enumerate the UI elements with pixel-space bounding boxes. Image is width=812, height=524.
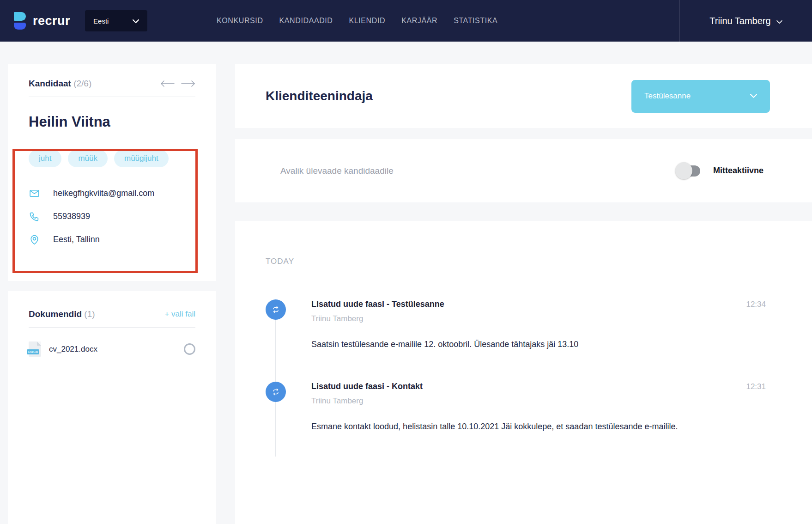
- activity-timeline-card: TODAY Lisatud uude faasi - Testülesanne …: [235, 221, 812, 524]
- top-navigation-bar: recrur Eesti KONKURSID KANDIDAADID KLIEN…: [0, 0, 812, 42]
- nav-item-kliendid[interactable]: KLIENDID: [349, 17, 386, 25]
- visibility-toggle-group: Mitteaktiivne: [676, 165, 764, 177]
- arrow-right-icon[interactable]: [181, 80, 195, 87]
- timeline-entry-title: Lisatud uude faasi - Testülesanne: [311, 299, 444, 309]
- tag-muugijuht[interactable]: müügijuht: [114, 150, 169, 167]
- language-selector[interactable]: Eesti: [85, 10, 147, 31]
- document-list-item[interactable]: DOCX cv_2021.docx: [29, 341, 195, 357]
- chevron-down-icon: [776, 16, 782, 26]
- file-type-label: DOCX: [27, 349, 39, 354]
- candidate-panel-title-text: Kandidaat: [29, 79, 71, 88]
- public-overview-label: Avalik ülevaade kandidaadile: [280, 166, 394, 176]
- arrow-left-icon[interactable]: [160, 80, 175, 87]
- language-value: Eesti: [93, 17, 109, 25]
- timeline-entry-content: Lisatud uude faasi - Kontakt 12:31 Triin…: [311, 382, 766, 432]
- timeline-entry: Lisatud uude faasi - Testülesanne 12:34 …: [235, 299, 812, 349]
- timeline-day-label: TODAY: [266, 257, 812, 266]
- timeline-entry-time: 12:31: [746, 382, 766, 391]
- candidate-panel-title: Kandidaat (2/6): [29, 79, 91, 89]
- candidate-name: Heilin Viitna: [29, 114, 195, 130]
- candidate-pager: [160, 80, 195, 87]
- documents-card: Dokumendid (1) + vali fail DOCX cv_2021.…: [8, 291, 216, 524]
- timeline-entries: Lisatud uude faasi - Testülesanne 12:34 …: [235, 299, 812, 432]
- timeline-entry-title: Lisatud uude faasi - Kontakt: [311, 382, 423, 391]
- documents-count: (1): [84, 309, 95, 319]
- brand-name: recrur: [33, 14, 70, 28]
- phase-change-icon: [266, 382, 286, 402]
- candidate-phone: 55938939: [53, 212, 90, 221]
- candidate-sidebar: Kandidaat (2/6) Heilin Viitna juht müük: [8, 64, 216, 524]
- chevron-down-icon: [133, 17, 139, 25]
- public-overview-card: Avalik ülevaade kandidaadile Mitteaktiiv…: [235, 139, 812, 202]
- file-name: cv_2021.docx: [49, 345, 97, 354]
- timeline-entry-time: 12:34: [746, 300, 766, 309]
- contact-location-row: Eesti, Tallinn: [29, 234, 195, 245]
- user-name: Triinu Tamberg: [709, 16, 770, 26]
- primary-navigation: KONKURSID KANDIDAADID KLIENDID KARJÄÄR S…: [217, 17, 497, 25]
- documents-panel-title: Dokumendid (1): [29, 309, 95, 319]
- contact-phone-row: 55938939: [29, 211, 195, 222]
- phase-dropdown-value: Testülesanne: [644, 91, 691, 101]
- phase-change-icon: [266, 299, 286, 320]
- position-header-card: Klienditeenindaja Testülesanne: [235, 64, 812, 128]
- timeline-entry-author: Triinu Tamberg: [311, 396, 766, 406]
- location-pin-icon: [29, 234, 40, 245]
- candidate-pagination-count: (2/6): [73, 79, 91, 88]
- timeline-entry-body: Esmane kontakt loodud, helistasin talle …: [311, 422, 766, 432]
- mail-icon: [29, 188, 40, 199]
- tag-muuk[interactable]: müük: [68, 150, 108, 167]
- page-body: Kandidaat (2/6) Heilin Viitna juht müük: [0, 42, 812, 524]
- candidate-contact-info: heikegfhgkviita@gmail.com 55938939 Eesti…: [29, 188, 195, 245]
- candidate-location: Eesti, Tallinn: [53, 235, 100, 244]
- nav-item-karjaar[interactable]: KARJÄÄR: [401, 17, 437, 25]
- nav-item-statistika[interactable]: STATISTIKA: [454, 17, 497, 25]
- documents-panel-title-text: Dokumendid: [29, 309, 82, 319]
- contact-email-row: heikegfhgkviita@gmail.com: [29, 188, 195, 199]
- divider: [29, 97, 195, 97]
- brand-logo[interactable]: recrur: [14, 12, 70, 30]
- toggle-knob: [675, 162, 692, 179]
- docx-file-icon: DOCX: [29, 341, 41, 357]
- toggle-state-label: Mitteaktiivne: [713, 166, 764, 176]
- divider: [29, 327, 195, 328]
- file-select-circle[interactable]: [184, 343, 195, 355]
- timeline-entry: Lisatud uude faasi - Kontakt 12:31 Triin…: [235, 382, 812, 432]
- nav-item-kandidaadid[interactable]: KANDIDAADID: [279, 17, 333, 25]
- recrur-logo-icon: [14, 12, 26, 30]
- candidate-tags: juht müük müügijuht: [29, 150, 195, 167]
- phase-dropdown-button[interactable]: Testülesanne: [631, 80, 770, 113]
- candidate-email: heikegfhgkviita@gmail.com: [53, 189, 154, 198]
- position-title: Klienditeenindaja: [266, 89, 373, 104]
- candidate-card: Kandidaat (2/6) Heilin Viitna juht müük: [8, 64, 216, 281]
- add-file-button[interactable]: + vali fail: [164, 310, 195, 319]
- user-menu[interactable]: Triinu Tamberg: [679, 0, 812, 42]
- main-content: Klienditeenindaja Testülesanne Avalik ül…: [235, 64, 812, 524]
- chevron-down-icon: [750, 91, 757, 101]
- phone-icon: [29, 211, 40, 222]
- tag-juht[interactable]: juht: [29, 150, 61, 167]
- timeline-entry-body: Saatsin testülesande e-mailile 12. oktoo…: [311, 340, 766, 349]
- timeline-entry-author: Triinu Tamberg: [311, 314, 766, 323]
- nav-item-konkursid[interactable]: KONKURSID: [217, 17, 263, 25]
- timeline-entry-content: Lisatud uude faasi - Testülesanne 12:34 …: [311, 299, 766, 349]
- visibility-toggle[interactable]: [676, 165, 700, 177]
